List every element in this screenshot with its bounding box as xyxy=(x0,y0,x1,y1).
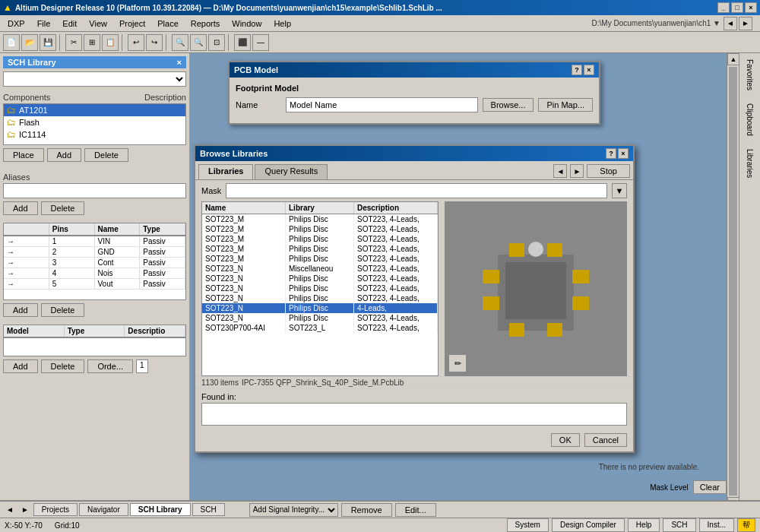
list-item[interactable]: SOT223_NPhilips DiscSOT223, 4-Leads, xyxy=(202,313,438,323)
order-button[interactable]: Orde... xyxy=(87,359,133,373)
list-item[interactable]: SOT223_MPhilips DiscSOT223, 4-Leads, xyxy=(202,244,438,254)
list-item[interactable]: SOT223_NPhilips DiscSOT223, 4-Leads, xyxy=(202,293,438,303)
browse-close-button[interactable]: × xyxy=(618,148,629,159)
list-item[interactable]: SOT223_MPhilips DiscSOT223, 4-Leads, xyxy=(202,214,438,224)
svg-point-9 xyxy=(528,242,543,257)
zoom-fit-button[interactable]: ⊡ xyxy=(208,34,225,51)
new-button[interactable]: 📄 xyxy=(3,34,20,51)
model-name-input[interactable] xyxy=(286,97,478,112)
zoom-in-button[interactable]: 🔍 xyxy=(172,34,188,51)
tab-navigator[interactable]: Navigator xyxy=(79,503,128,516)
scroll-up-button[interactable]: ▲ xyxy=(727,53,739,65)
delete-pin-button[interactable]: Delete xyxy=(41,303,85,317)
add-component-button[interactable]: Add xyxy=(47,148,82,162)
tab-projects[interactable]: Projects xyxy=(33,503,78,516)
undo-button[interactable]: ↩ xyxy=(128,34,144,51)
nav-back-button[interactable]: ◄ xyxy=(724,17,737,30)
status-inst[interactable]: Inst... xyxy=(699,518,734,532)
status-design-compiler[interactable]: Design Compiler xyxy=(552,518,625,532)
browse-nav-left[interactable]: ◄ xyxy=(553,164,567,178)
browse-help-button[interactable]: ? xyxy=(606,148,616,159)
maximize-button[interactable]: □ xyxy=(731,2,743,13)
list-item[interactable]: SOT223_NPhilips DiscSOT223, 4-Leads, xyxy=(202,274,438,283)
save-button[interactable]: 💾 xyxy=(40,34,56,51)
list-item[interactable]: SOT223_NMiscellaneouSOT223, 4-Leads, xyxy=(202,264,438,274)
edit-preview-button[interactable]: ✏ xyxy=(448,354,467,372)
browse-cancel-button[interactable]: Cancel xyxy=(584,433,627,447)
menu-dxp[interactable]: DXP xyxy=(2,17,31,30)
list-item[interactable]: SOT230P700-4AISOT223_LSOT223, 4-Leads, xyxy=(202,323,438,333)
pin-row-5[interactable]: →5VoutPassiv xyxy=(4,279,185,290)
status-help[interactable]: Help xyxy=(628,518,660,532)
delete-model-button[interactable]: Delete xyxy=(41,359,85,373)
component-item-ic1114[interactable]: 🗂 IC1114 xyxy=(4,128,185,141)
copy-button[interactable]: ⊞ xyxy=(84,34,100,51)
list-item[interactable]: SOT223_NPhilips DiscSOT223, 4-Leads, xyxy=(202,283,438,293)
wire-button[interactable]: — xyxy=(252,34,269,51)
svg-rect-8 xyxy=(572,296,589,310)
list-item[interactable]: SOT223_MPhilips DiscSOT223, 4-Leads, xyxy=(202,254,438,264)
libraries-panel-tab[interactable]: Libraries xyxy=(744,143,755,184)
tab-sch[interactable]: SCH xyxy=(192,503,225,516)
zoom-out-button[interactable]: 🔍 xyxy=(190,34,207,51)
redo-button[interactable]: ↪ xyxy=(146,34,163,51)
clear-mask-button[interactable]: Clear xyxy=(693,480,727,494)
clipboard-panel-tab[interactable]: Clipboard xyxy=(744,97,755,143)
component-item-flash[interactable]: 🗂 Flash xyxy=(4,116,185,128)
menu-help[interactable]: Help xyxy=(268,17,297,30)
component-button[interactable]: ⬛ xyxy=(234,34,251,51)
mask-input[interactable] xyxy=(226,183,607,198)
pin-row-3[interactable]: →3ContPassiv xyxy=(4,258,185,268)
place-button[interactable]: Place xyxy=(3,148,44,162)
remove-button[interactable]: Remove xyxy=(341,503,392,517)
cut-button[interactable]: ✂ xyxy=(65,34,82,51)
add-signal-dropdown[interactable]: Add Signal Integrity... xyxy=(249,503,338,517)
browse-nav-right[interactable]: ► xyxy=(570,164,584,178)
tab-query-results[interactable]: Query Results xyxy=(255,164,328,179)
menu-project[interactable]: Project xyxy=(113,17,151,30)
prev-tab-button[interactable]: ◄ xyxy=(3,505,17,514)
pin-row-2[interactable]: →2GNDPassiv xyxy=(4,247,185,258)
tab-sch-library[interactable]: SCH Library xyxy=(130,503,191,516)
edit-button[interactable]: Edit... xyxy=(395,503,436,517)
list-item[interactable]: SOT223_MPhilips DiscSOT223, 4-Leads, xyxy=(202,234,438,244)
menu-reports[interactable]: Reports xyxy=(185,17,226,30)
help-icon-button[interactable]: 帮 xyxy=(737,518,755,532)
pin-map-button[interactable]: Pin Map... xyxy=(538,98,593,112)
pin-row-4[interactable]: →4NoisPassiv xyxy=(4,268,185,279)
tab-libraries[interactable]: Libraries xyxy=(198,164,253,179)
menu-file[interactable]: File xyxy=(31,17,57,30)
panel-close-icon[interactable]: × xyxy=(177,58,182,67)
menu-edit[interactable]: Edit xyxy=(56,17,83,30)
menu-place[interactable]: Place xyxy=(151,17,185,30)
paste-button[interactable]: 📋 xyxy=(102,34,119,51)
component-item-at1201[interactable]: 🗂 AT1201 xyxy=(4,104,185,116)
browse-button[interactable]: Browse... xyxy=(483,98,534,112)
pcb-close-button[interactable]: × xyxy=(584,65,594,75)
library-dropdown[interactable] xyxy=(3,71,186,87)
add-pin-button[interactable]: Add xyxy=(3,303,38,317)
pcb-help-button[interactable]: ? xyxy=(572,65,582,75)
delete-component-button[interactable]: Delete xyxy=(84,148,128,162)
add-model-button[interactable]: Add xyxy=(3,359,38,373)
next-tab-button[interactable]: ► xyxy=(18,505,32,514)
status-sch[interactable]: SCH xyxy=(663,518,695,532)
favorites-panel-tab[interactable]: Favorites xyxy=(744,53,755,97)
nav-forward-button[interactable]: ► xyxy=(739,17,752,30)
close-app-button[interactable]: × xyxy=(745,2,757,13)
add-alias-button[interactable]: Add xyxy=(3,201,38,215)
stop-button[interactable]: Stop xyxy=(587,164,630,178)
menu-view[interactable]: View xyxy=(83,17,113,30)
list-item[interactable]: SOT223_MPhilips DiscSOT223, 4-Leads, xyxy=(202,224,438,234)
mask-dropdown[interactable]: ▼ xyxy=(612,183,627,198)
scroll-thumb[interactable] xyxy=(729,67,737,496)
status-system[interactable]: System xyxy=(507,518,549,532)
status-bar: X:-50 Y:-70 Grid:10 System Design Compil… xyxy=(0,518,760,532)
pin-row-1[interactable]: →1VINPassiv xyxy=(4,236,185,247)
list-item-selected[interactable]: SOT223_NPhilips Disc4-Leads, xyxy=(202,303,438,313)
browse-ok-button[interactable]: OK xyxy=(551,433,580,447)
minimize-button[interactable]: _ xyxy=(717,2,730,13)
delete-alias-button[interactable]: Delete xyxy=(41,201,85,215)
menu-window[interactable]: Window xyxy=(226,17,268,30)
open-button[interactable]: 📂 xyxy=(21,34,38,51)
